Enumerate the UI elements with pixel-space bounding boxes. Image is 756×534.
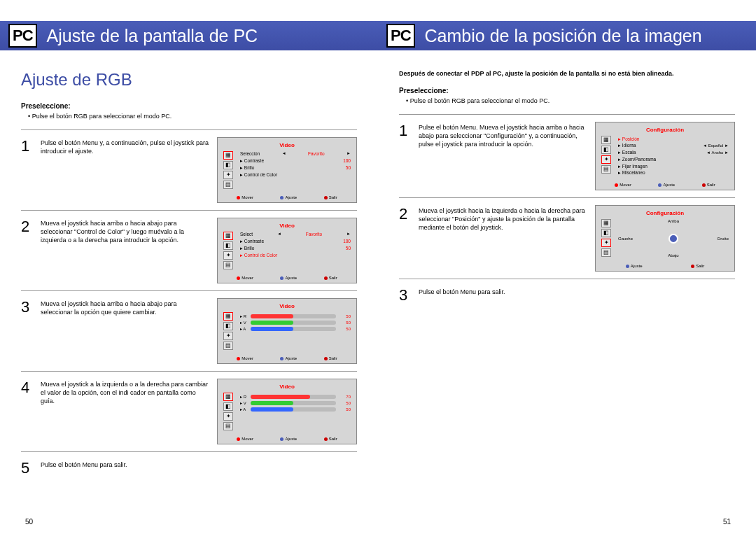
step-image-4: Video ▦ ◧ ✦ ▤ ▸ R70 ▸ V50 ▸ A50 (217, 379, 357, 444)
osd-title: Configuración (601, 127, 729, 133)
osd-sel: Select (240, 232, 253, 237)
page-container: PC Ajuste de la pantalla de PC Ajuste de… (0, 0, 756, 534)
r-osd-panel-2: Configuración ▦ ◧ ✦ ▤ Arriba Abajo (595, 205, 735, 272)
r-step-row-2: 2 Mueva el joystick hacia la izquierda o… (399, 197, 735, 279)
osd-contraste: Contraste (244, 239, 264, 244)
osd-val: 50 (333, 164, 351, 171)
osd-brillo: Brillo (244, 246, 254, 251)
preselect-text: Pulse el botón RGB para seleccionar el m… (21, 113, 357, 120)
osd-footer-ajuste: Ajuste (631, 264, 643, 268)
osd-icon: ▤ (223, 261, 233, 269)
osd-title: Video (223, 142, 351, 148)
r-step-text-3: Pulse el botón Menu para salir. (419, 286, 735, 296)
osd-title: Video (223, 384, 351, 390)
rgb-r: R (244, 314, 246, 318)
osd-title: Video (223, 223, 351, 229)
osd-icon: ✦ (223, 412, 233, 421)
r-step-image-2: Configuración ▦ ◧ ✦ ▤ Arriba Abajo (595, 205, 735, 272)
rgb-val: 50 (338, 401, 351, 405)
osd-escala-val: Ancho (711, 150, 723, 155)
rgb-v: V (244, 321, 246, 325)
step-row-2: 2 Mueva el joystick hacia arriba o hacia… (21, 210, 357, 290)
osd-contraste: Contraste (244, 158, 264, 163)
left-column: PC Ajuste de la pantalla de PC Ajuste de… (0, 0, 378, 534)
osd-icon: ▦ (223, 151, 233, 160)
step-row-5: 5 Pulse el botón Menu para salir. (21, 451, 357, 483)
step-num-3: 3 (21, 298, 41, 315)
r-osd-panel-1: Configuración ▦ ◧ ✦ ▤ ▸ Posición ▸ Idiom… (595, 122, 735, 191)
preselect-label: Preseleccione: (21, 102, 357, 110)
osd-controlcolor: Control de Color (244, 253, 277, 258)
rgb-val: 50 (338, 407, 351, 412)
osd-footer-ajuste: Ajuste (285, 276, 297, 280)
osd-footer-mover: Mover (241, 437, 253, 441)
osd-fav: Favorito (308, 151, 324, 156)
osd-brillo: Brillo (244, 165, 254, 170)
osd-panel-4: Video ▦ ◧ ✦ ▤ ▸ R70 ▸ V50 ▸ A50 (217, 379, 357, 444)
osd-icon: ◧ (601, 229, 611, 237)
osd-title: Configuración (601, 210, 729, 216)
osd-icon: ◧ (601, 146, 611, 154)
osd-footer-ajuste: Ajuste (285, 195, 297, 199)
osd-icon: ▦ (223, 232, 233, 240)
osd-icon: ▤ (223, 342, 233, 350)
osd-icon: ◧ (223, 402, 233, 411)
rgb-r: R (244, 395, 246, 399)
step-text-2: Mueva el joystick hacia arriba o hacia a… (41, 218, 217, 244)
position-cross: Arriba Abajo Gauche Droite (618, 219, 729, 258)
osd-fijar: Fijar Imagen (622, 164, 648, 169)
osd-title: Video (223, 303, 351, 309)
osd-sel: Selección (240, 151, 260, 156)
osd-val: 100 (333, 157, 351, 164)
step-num-4: 4 (21, 379, 41, 395)
osd-controlcolor: Control de Color (244, 172, 277, 177)
osd-footer-mover: Mover (241, 276, 253, 280)
osd-icon: ◧ (223, 322, 233, 330)
step-image-2: Video ▦ ◧ ✦ ▤ Select◄Favorito► ▸ Contras… (217, 218, 357, 283)
pos-arriba: Arriba (668, 219, 679, 223)
osd-icon: ▦ (223, 393, 233, 401)
osd-footer-ajuste: Ajuste (663, 183, 675, 187)
osd-icon: ✦ (223, 171, 233, 179)
osd-icon: ✦ (601, 155, 611, 164)
step-num-2: 2 (21, 218, 41, 234)
osd-footer-ajuste: Ajuste (285, 437, 297, 441)
osd-footer-salir: Salir (329, 437, 337, 441)
osd-footer-ajuste: Ajuste (285, 356, 297, 360)
rgb-val: 70 (338, 395, 351, 399)
r-step-row-3: 3 Pulse el botón Menu para salir. (399, 279, 735, 310)
page-number-right: 51 (723, 518, 731, 526)
rgb-val: 50 (338, 327, 351, 331)
r-step-text-2: Mueva el joystick hacia la izquierda o h… (419, 205, 595, 232)
pc-badge-icon: PC (8, 24, 37, 48)
step-text-5: Pulse el botón Menu para salir. (41, 459, 357, 469)
osd-icon: ◧ (223, 241, 233, 250)
step-num-1: 1 (21, 137, 41, 154)
osd-icon: ▦ (601, 136, 611, 144)
rgb-a: A (243, 327, 246, 331)
rgb-val: 50 (338, 321, 351, 325)
right-column: PC Cambio de la posición de la imagen De… (378, 0, 756, 534)
osd-icon: ▤ (601, 165, 611, 174)
preselect-label: Preseleccione: (399, 87, 735, 94)
pos-droite: Droite (718, 237, 729, 241)
step-text-3: Mueva el joystick hacia arriba o hacia a… (41, 298, 217, 316)
intro-text: Después de conectar el PDP al PC, ajuste… (399, 70, 735, 78)
osd-icon: ◧ (223, 161, 233, 169)
osd-escala: Escala (622, 150, 636, 155)
osd-val: 100 (333, 238, 351, 245)
osd-idioma-val: Español (708, 143, 724, 148)
step-num-5: 5 (21, 459, 41, 476)
step-row-3: 3 Mueva el joystick hacia arriba o hacia… (21, 290, 357, 371)
osd-zoom: Zoom/Panorama (622, 157, 656, 162)
osd-icon: ✦ (223, 332, 233, 340)
osd-icon: ✦ (601, 239, 611, 247)
r-step-text-1: Pulse el botón Menu. Mueva el joystick h… (419, 122, 595, 148)
osd-icon: ▤ (223, 181, 233, 189)
r-step-row-1: 1 Pulse el botón Menu. Mueva el joystick… (399, 114, 735, 198)
osd-footer-salir: Salir (329, 276, 337, 280)
position-center-icon (668, 234, 678, 244)
preselect-text: Pulse el botón RGB para seleccionar el m… (399, 97, 735, 104)
osd-misc: Miscelàneo (622, 170, 645, 175)
pos-gauche: Gauche (618, 237, 633, 241)
